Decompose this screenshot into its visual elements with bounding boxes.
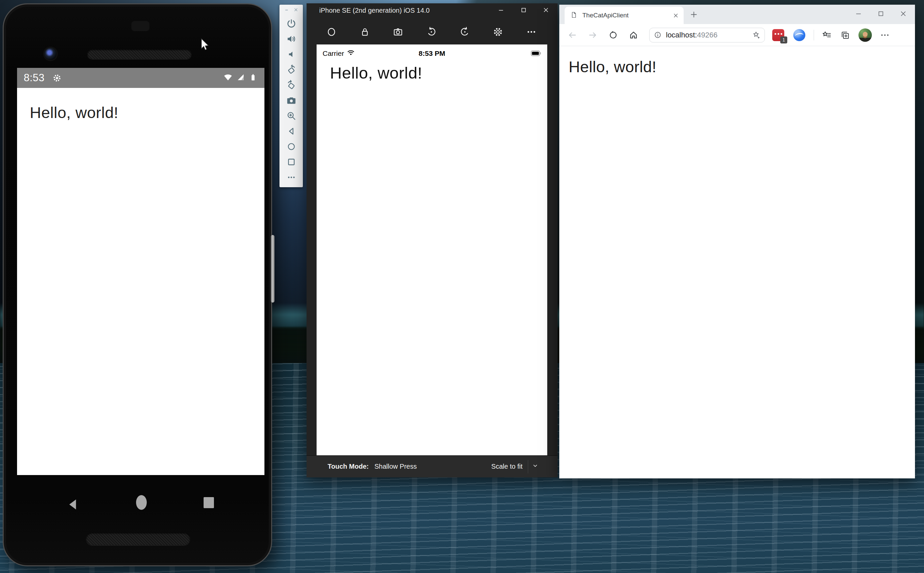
phone-sensor	[131, 21, 149, 31]
maximize-icon[interactable]	[520, 6, 527, 15]
forward-icon[interactable]	[588, 30, 597, 40]
browser-tab[interactable]: TheCatApiClient	[564, 7, 684, 24]
screenshot-camera-icon[interactable]	[392, 27, 403, 39]
tab-close-icon[interactable]	[672, 13, 679, 19]
site-info-icon[interactable]	[654, 31, 661, 39]
lock-icon[interactable]	[360, 27, 371, 39]
favorites-bar-icon[interactable]	[822, 30, 832, 40]
tab-title: TheCatApiClient	[582, 12, 672, 19]
new-tab-button[interactable]	[689, 10, 698, 19]
url-text[interactable]: localhost:49266	[666, 31, 752, 39]
android-back-button[interactable]	[67, 496, 80, 514]
android-screen: 8:53	[17, 68, 264, 475]
battery-icon	[249, 72, 258, 83]
ios-screen: Carrier 8:53 PM Hello, world!	[317, 44, 547, 455]
ios-simulator-footer: Touch Mode: Shallow Press Scale to fit	[306, 455, 558, 478]
rotate-left-icon[interactable]	[286, 64, 297, 75]
screenshot-camera-icon[interactable]	[286, 95, 297, 106]
collections-icon[interactable]	[840, 30, 850, 40]
url-host: localhost:	[666, 31, 697, 39]
settings-gear-icon	[53, 74, 61, 83]
ios-simulator-toolbar	[326, 19, 537, 45]
close-icon[interactable]	[294, 7, 299, 14]
volume-up-icon[interactable]	[286, 34, 297, 44]
wifi-icon	[223, 72, 233, 84]
maximize-icon[interactable]	[877, 10, 885, 19]
more-icon[interactable]	[286, 172, 297, 183]
home-icon[interactable]	[286, 141, 297, 152]
rotate-left-icon[interactable]	[426, 27, 437, 39]
extension-browsing-protection-icon[interactable]	[793, 29, 805, 41]
close-icon[interactable]	[900, 10, 907, 19]
phone-power-button	[271, 235, 274, 302]
zoom-icon[interactable]	[286, 111, 297, 121]
battery-icon	[530, 49, 542, 58]
profile-avatar[interactable]	[858, 28, 872, 42]
minimize-icon[interactable]	[498, 6, 505, 15]
phone-earpiece-speaker	[87, 49, 192, 59]
phone-bottom-speaker	[86, 532, 190, 545]
android-overview-button[interactable]	[203, 497, 214, 508]
rotate-right-icon[interactable]	[459, 27, 471, 39]
android-clock: 8:53	[24, 72, 44, 84]
ios-window-title: iPhone SE (2nd generation) iOS 14.0	[319, 7, 430, 14]
overview-icon[interactable]	[286, 157, 297, 167]
ios-hello-text: Hello, world!	[317, 58, 547, 82]
close-icon[interactable]	[543, 6, 550, 15]
chevron-down-icon	[532, 463, 538, 470]
divider	[814, 30, 814, 41]
minimize-icon[interactable]	[855, 10, 862, 19]
settings-menu-icon[interactable]	[880, 30, 890, 40]
ios-titlebar[interactable]: iPhone SE (2nd generation) iOS 14.0	[306, 3, 558, 17]
browser-window: TheCatApiClient	[559, 5, 915, 478]
refresh-icon[interactable]	[608, 30, 618, 40]
ios-status-bar: Carrier 8:53 PM	[317, 44, 547, 58]
android-emulator-window: 8:53	[3, 3, 272, 566]
extension-password-manager-icon[interactable]: 1	[772, 29, 784, 41]
phone-front-camera	[44, 48, 56, 60]
browser-tabstrip: TheCatApiClient	[559, 5, 915, 24]
desktop: 8:53	[0, 0, 924, 573]
url-port: 49266	[697, 31, 718, 39]
settings-gear-icon[interactable]	[492, 27, 503, 39]
more-icon[interactable]	[526, 27, 537, 39]
android-hello-text: Hello, world!	[17, 88, 264, 122]
browser-page-content: Hello, world!	[559, 46, 915, 478]
wifi-icon	[347, 49, 355, 58]
android-home-button[interactable]	[136, 495, 147, 510]
browser-toolbar: localhost:49266 1	[559, 24, 915, 46]
back-icon[interactable]	[286, 126, 297, 136]
cell-signal-icon	[236, 72, 245, 83]
android-app-content: Hello, world!	[17, 88, 264, 475]
power-icon[interactable]	[286, 19, 297, 29]
extension-badge: 1	[780, 36, 787, 44]
favorite-star-icon[interactable]	[752, 31, 760, 39]
home-icon[interactable]	[629, 30, 638, 40]
back-icon[interactable]	[568, 30, 577, 40]
touch-mode-value: Shallow Press	[374, 463, 417, 470]
ios-simulator-window: iPhone SE (2nd generation) iOS 14.0	[306, 3, 558, 478]
browser-hello-text: Hello, world!	[559, 46, 915, 76]
android-status-bar: 8:53	[17, 68, 264, 88]
emulator-toolbar	[280, 5, 303, 187]
page-document-icon	[570, 11, 577, 20]
home-icon[interactable]	[326, 27, 337, 39]
minimize-icon[interactable]	[285, 7, 289, 14]
scale-mode-value: Scale to fit	[491, 463, 522, 470]
ios-carrier-label: Carrier	[323, 50, 344, 58]
scale-mode-dropdown[interactable]: Scale to fit	[491, 460, 538, 473]
touch-mode-label: Touch Mode:	[328, 463, 369, 470]
divider	[528, 460, 528, 473]
address-bar[interactable]: localhost:49266	[649, 28, 765, 42]
volume-down-icon[interactable]	[286, 49, 297, 59]
rotate-right-icon[interactable]	[286, 80, 297, 90]
